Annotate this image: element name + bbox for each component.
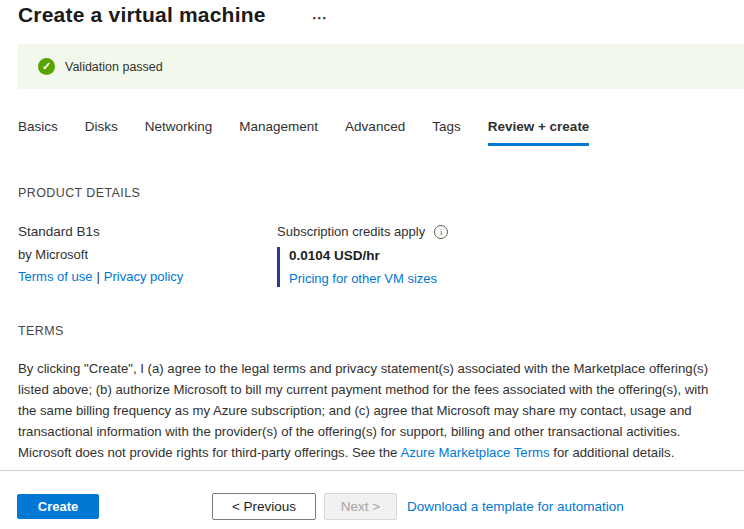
next-button[interactable]: Next >: [324, 493, 397, 520]
footer-divider: [0, 470, 744, 471]
pricing-other-vm-sizes-link[interactable]: Pricing for other VM sizes: [289, 271, 437, 286]
tab-management[interactable]: Management: [239, 119, 318, 146]
tab-advanced[interactable]: Advanced: [345, 119, 405, 146]
product-legal-links: Terms of use|Privacy policy: [18, 269, 277, 284]
price-box: 0.0104 USD/hr Pricing for other VM sizes: [277, 247, 744, 287]
product-name: Standard B1s: [18, 224, 277, 239]
create-button[interactable]: Create: [17, 494, 99, 519]
previous-button[interactable]: < Previous: [212, 493, 316, 520]
info-icon[interactable]: i: [434, 225, 448, 239]
price-value: 0.0104 USD/hr: [289, 248, 744, 263]
page-header: Create a virtual machine ⋯: [0, 0, 744, 27]
azure-marketplace-terms-link[interactable]: Azure Marketplace Terms: [400, 445, 549, 460]
tab-basics[interactable]: Basics: [18, 119, 58, 146]
product-details-section: PRODUCT DETAILS Standard B1s by Microsof…: [18, 186, 744, 287]
pricing-info: Subscription credits apply i 0.0104 USD/…: [277, 224, 744, 287]
product-info: Standard B1s by Microsoft Terms of use|P…: [18, 224, 277, 287]
subscription-credits-label: Subscription credits apply: [277, 224, 425, 239]
tab-tags[interactable]: Tags: [432, 119, 461, 146]
product-details-heading: PRODUCT DETAILS: [18, 186, 744, 200]
tab-networking[interactable]: Networking: [145, 119, 213, 146]
wizard-tabs: Basics Disks Networking Management Advan…: [18, 119, 744, 146]
terms-of-use-link[interactable]: Terms of use: [18, 269, 92, 284]
terms-heading: TERMS: [18, 324, 744, 338]
validation-banner: ✓ Validation passed: [18, 44, 744, 89]
download-template-link[interactable]: Download a template for automation: [407, 499, 624, 514]
success-check-icon: ✓: [38, 58, 55, 75]
footer-actions: Create < Previous Next > Download a temp…: [17, 493, 744, 520]
tab-review-create[interactable]: Review + create: [488, 119, 590, 146]
page-title: Create a virtual machine: [18, 3, 266, 27]
terms-paragraph: By clicking "Create", I (a) agree to the…: [18, 358, 726, 463]
link-separator: |: [96, 269, 99, 284]
tab-disks[interactable]: Disks: [85, 119, 118, 146]
validation-message: Validation passed: [65, 60, 163, 74]
terms-text-after-link: for additional details.: [550, 445, 675, 460]
more-options-icon[interactable]: ⋯: [312, 6, 328, 25]
product-publisher: by Microsoft: [18, 247, 277, 262]
terms-section: TERMS By clicking "Create", I (a) agree …: [18, 324, 744, 463]
privacy-policy-link[interactable]: Privacy policy: [104, 269, 183, 284]
